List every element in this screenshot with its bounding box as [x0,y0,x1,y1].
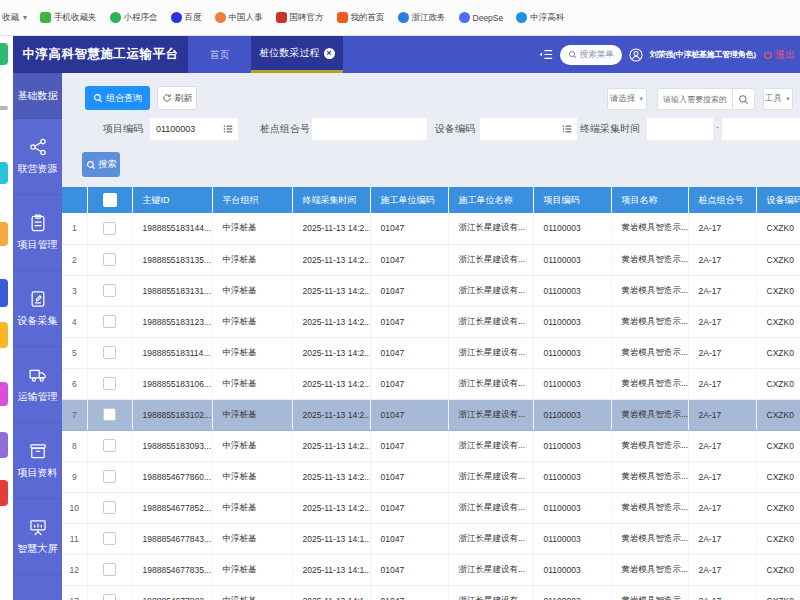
project-code-input[interactable] [150,118,223,140]
bookmark-item[interactable]: 中国人事 [215,12,263,24]
list-picker-icon[interactable] [223,124,233,134]
table-row[interactable]: 111988854677843...中淳桩基2025-11-13 14:1...… [62,523,800,554]
bookmark-item[interactable]: 小程序盒 [110,12,158,24]
sidebar-item-3[interactable]: 项目管理 [13,195,62,271]
row-checkbox[interactable] [103,284,116,297]
cell-unit_name: 浙江长星建设有... [448,275,533,306]
app-header: 中淳高科智慧施工运输平台 首页 桩位数采过程 × 搜索菜单 刘荣强(中淳桩基施工… [13,36,800,73]
cell-pile_group: 2A-17 [688,492,756,523]
refresh-icon [162,93,172,103]
tab-pile-data-collect[interactable]: 桩位数采过程 × [251,36,343,73]
cell-id: 1988855183102... [132,399,212,430]
row-checkbox[interactable] [103,532,116,545]
cell-project_code: 01100003 [533,213,611,244]
cell-time: 2025-11-13 14:2... [292,337,370,368]
bookmark-label: 国聘官方 [290,12,324,24]
cell-id: 1988855183106... [132,368,212,399]
tools-button[interactable]: 工具▼ [763,88,793,110]
bookmark-item[interactable]: 中淳高科 [516,12,564,24]
cell-pile_group: 2A-17 [688,337,756,368]
bookmark-item[interactable]: 国聘官方 [276,12,324,24]
row-checkbox[interactable] [103,501,116,514]
row-number: 11 [62,523,87,554]
row-select-cell [87,337,132,368]
refresh-button[interactable]: 刷新 [157,86,197,110]
cell-unit_code: 01047 [370,585,448,600]
cell-device_code: CXZK0 [756,430,800,461]
cell-project_name: 黄岩模具智造示... [611,430,688,461]
bookmark-item[interactable]: DeepSe [459,12,504,23]
sidebar-item-6[interactable]: 项目资料 [13,423,62,499]
bookmark-favicon [398,12,409,23]
row-checkbox[interactable] [103,253,116,266]
collect-time-to-input[interactable] [722,118,800,140]
menu-fold-icon[interactable] [539,49,553,60]
cell-project_code: 01100003 [533,275,611,306]
table-row[interactable]: 51988855183114...中淳桩基2025-11-13 14:2...0… [62,337,800,368]
sidebar-item-5[interactable]: 运输管理 [13,347,62,423]
tab-home[interactable]: 首页 [188,36,251,73]
cell-id: 1988854677852... [132,492,212,523]
row-checkbox[interactable] [103,346,116,359]
sidebar-item-4[interactable]: 设备采集 [13,271,62,347]
table-row[interactable]: 101988854677852...中淳桩基2025-11-13 14:2...… [62,492,800,523]
bookmark-favicon [459,12,470,23]
table-row[interactable]: 31988855183131...中淳桩基2025-11-13 14:2...0… [62,275,800,306]
table-row[interactable]: 61988855183106...中淳桩基2025-11-13 14:2...0… [62,368,800,399]
close-icon[interactable]: × [324,48,335,59]
data-table-wrap: 主键ID平台组织终端采集时间施工单位编码施工单位名称项目编码项目名称桩点组合号设… [62,187,800,600]
combo-query-button[interactable]: 组合查询 [85,86,150,110]
row-number: 7 [62,399,87,430]
device-code-field-wrap [480,118,577,140]
table-row[interactable]: 11988855183144...中淳桩基2025-11-13 14:2...0… [62,213,800,244]
row-checkbox[interactable] [103,315,116,328]
cell-project_name: 黄岩模具智造示... [611,399,688,430]
device-code-input[interactable] [480,118,562,140]
bookmark-item[interactable]: 我的首页 [337,12,385,24]
sidebar-item-7[interactable]: 智慧大屏 [13,499,62,575]
row-checkbox[interactable] [103,563,116,576]
bookmark-label: 百度 [185,12,202,24]
row-checkbox[interactable] [103,594,116,600]
pile-group-input[interactable] [312,118,427,140]
table-row[interactable]: 81988855183093...中淳桩基2025-11-13 14:2...0… [62,430,800,461]
table-row[interactable]: 91988854677860...中淳桩基2025-11-13 14:2...0… [62,461,800,492]
table-row[interactable]: 41988855183123...中淳桩基2025-11-13 14:2...0… [62,306,800,337]
cell-id: 1988855183135... [132,244,212,275]
row-number-header [62,187,87,213]
cell-project_code: 01100003 [533,399,611,430]
sidebar-item-label: 设备采集 [18,314,58,328]
row-number: 5 [62,337,87,368]
cell-org: 中淳桩基 [212,430,292,461]
cell-unit_code: 01047 [370,275,448,306]
row-checkbox[interactable] [103,377,116,390]
logout-button[interactable]: 退出 [763,48,795,62]
row-checkbox[interactable] [103,439,116,452]
table-row[interactable]: 131988854677822...中淳桩基2025-11-13 14:1...… [62,585,800,600]
row-checkbox[interactable] [103,470,116,483]
sidebar-item-2[interactable]: 联营资源 [13,119,62,195]
column-select[interactable]: 请选择▼ [607,88,647,110]
cell-org: 中淳桩基 [212,492,292,523]
table-row[interactable]: 121988854677835...中淳桩基2025-11-13 14:1...… [62,554,800,585]
row-checkbox[interactable] [103,408,116,421]
bookmark-item[interactable]: 百度 [171,12,202,24]
row-number: 9 [62,461,87,492]
bookmark-collect[interactable]: 收藏 ▾ [2,12,27,24]
row-select-cell [87,244,132,275]
select-all-checkbox[interactable] [103,193,117,207]
collect-time-from-input[interactable] [647,118,713,140]
search-button[interactable]: 搜索 [82,152,120,177]
sidebar-item-1[interactable]: 基础数据 [13,73,62,119]
row-checkbox[interactable] [103,222,116,235]
table-row[interactable]: 71988855183102...中淳桩基2025-11-13 14:2...0… [62,399,800,430]
cell-time: 2025-11-13 14:2... [292,275,370,306]
bookmark-item[interactable]: 手机收藏夹 [40,12,97,24]
table-row[interactable]: 21988855183135...中淳桩基2025-11-13 14:2...0… [62,244,800,275]
cell-project_code: 01100003 [533,554,611,585]
table-search-button[interactable] [732,88,755,110]
table-search-input[interactable] [657,88,732,110]
menu-search-pill[interactable]: 搜索菜单 [560,45,622,65]
bookmark-item[interactable]: 浙江政务 [398,12,446,24]
list-picker-icon[interactable] [562,124,572,134]
